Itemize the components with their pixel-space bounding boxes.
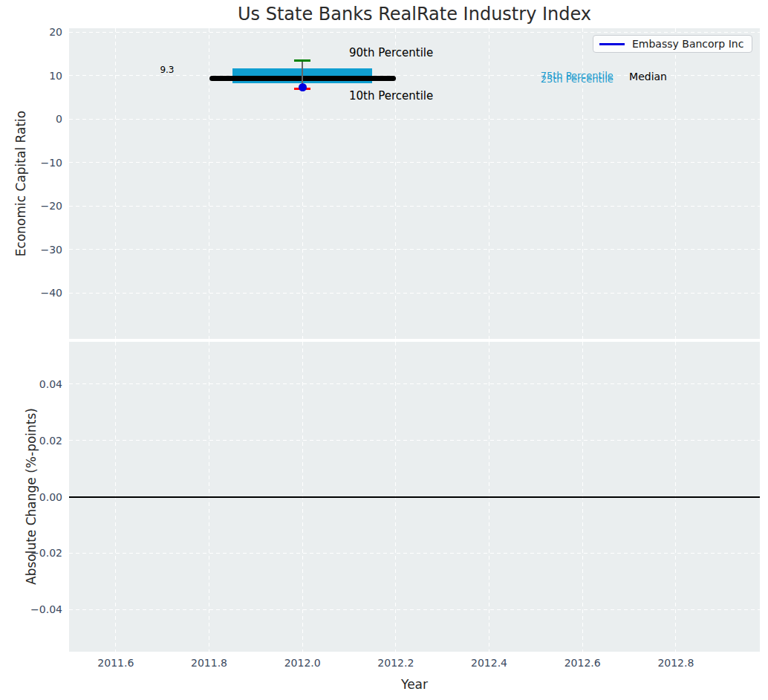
y-tick-label: 0.02 [0, 435, 62, 447]
y-tick-label: 0 [0, 113, 62, 125]
company-data-point [299, 83, 307, 91]
y-gridline [69, 119, 760, 120]
x-tick-label: 2012.0 [273, 657, 332, 669]
y-tick-label: 20 [0, 26, 62, 38]
y-tick-label: −0.04 [0, 603, 62, 615]
legend-line-swatch [599, 43, 625, 45]
legend-label: Embassy Bancorp Inc [632, 38, 743, 50]
y-tick-label: −30 [0, 244, 62, 256]
x-tick-label: 2012.6 [553, 657, 612, 669]
y-tick-label: 10 [0, 70, 62, 82]
y-tick-label: −20 [0, 200, 62, 212]
y-tick-label: 0.00 [0, 491, 62, 503]
top-y-axis-label: Economic Capital Ratio [13, 111, 28, 256]
y-gridline [69, 553, 760, 554]
x-tick-label: 2012.4 [460, 657, 519, 669]
y-gridline [69, 206, 760, 207]
x-tick-label: 2011.8 [180, 657, 239, 669]
y-tick-label: −10 [0, 157, 62, 169]
x-tick-label: 2012.2 [366, 657, 426, 669]
chart-title: Us State Banks RealRate Industry Index [69, 4, 760, 25]
y-gridline [69, 440, 760, 441]
annotation-10th-percentile: 10th Percentile [349, 89, 433, 103]
top-plot-area: 9.390th Percentile10th Percentile75th Pe… [69, 28, 760, 339]
y-tick-label: −40 [0, 287, 62, 299]
y-gridline [69, 249, 760, 250]
p90-cap [294, 59, 310, 62]
zero-reference-line [69, 496, 760, 498]
y-gridline [69, 293, 760, 294]
annotation-25th-percentile: 25th Percentile [541, 73, 614, 84]
y-tick-label: 0.04 [0, 378, 62, 390]
x-axis-label: Year [69, 677, 760, 692]
annotation-90th-percentile: 90th Percentile [349, 46, 433, 59]
bottom-plot-area [69, 342, 760, 652]
x-tick-label: 2011.6 [86, 657, 146, 669]
x-tick-label: 2012.8 [646, 657, 706, 669]
annotation-median: Median [629, 71, 667, 82]
y-gridline [69, 383, 760, 384]
figure: Us State Banks RealRate Industry Index 9… [0, 0, 768, 700]
legend: Embassy Bancorp Inc [593, 35, 752, 53]
y-gridline [69, 609, 760, 610]
y-gridline [69, 162, 760, 163]
y-gridline [69, 32, 760, 33]
y-tick-label: −0.02 [0, 547, 62, 559]
annotation-9-3: 9.3 [160, 65, 174, 75]
